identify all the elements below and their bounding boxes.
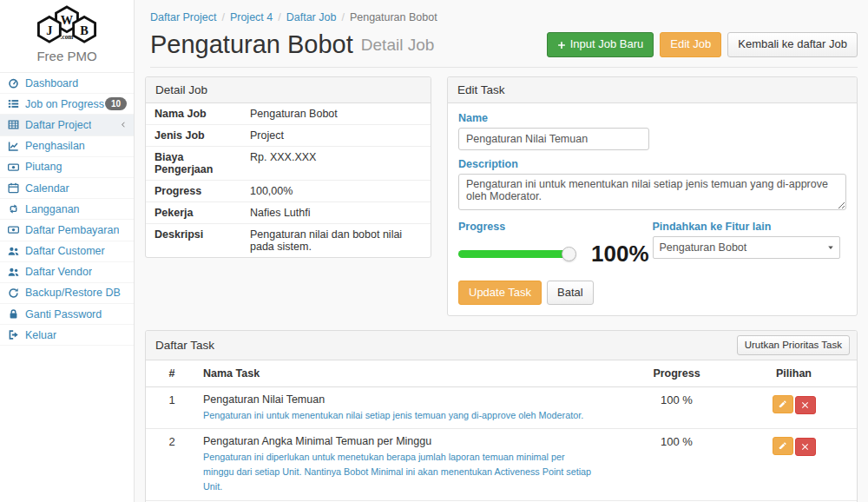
delete-task-button[interactable] bbox=[795, 396, 816, 414]
angle-left-icon bbox=[119, 121, 127, 129]
refresh-icon bbox=[8, 287, 22, 299]
sidebar-item-daftar-project[interactable]: Daftar Project bbox=[0, 115, 134, 135]
sidebar-item-dashboard[interactable]: Dashboard bbox=[0, 73, 134, 94]
sidebar-item-daftar-pembayaran[interactable]: Daftar Pembayaran bbox=[0, 220, 134, 241]
column-header-pilihan: Pilihan bbox=[731, 360, 857, 386]
detail-job-table: Nama JobPengaturan BobotJenis JobProject… bbox=[146, 103, 431, 257]
breadcrumb-current: Pengaturan Bobot bbox=[350, 11, 437, 23]
sidebar-item-daftar-customer[interactable]: Daftar Customer bbox=[0, 241, 134, 262]
kembali-button[interactable]: Kembali ke daftar Job bbox=[727, 32, 858, 56]
update-task-button[interactable]: Update Task bbox=[458, 281, 542, 305]
edit-task-panel-title: Edit Task bbox=[448, 77, 857, 103]
task-description: Pengaturan ini untuk menentukan nilai se… bbox=[203, 408, 596, 423]
calendar-icon bbox=[8, 182, 22, 194]
progress-label: Progress bbox=[458, 221, 653, 233]
svg-text:W: W bbox=[61, 13, 74, 27]
edit-job-button[interactable]: Edit Job bbox=[660, 32, 721, 56]
edit-task-button[interactable] bbox=[773, 437, 793, 455]
table-icon bbox=[8, 119, 22, 130]
pencil-icon bbox=[778, 441, 787, 451]
page-header: Pengaturan Bobot Detail Job Input Job Ba… bbox=[135, 27, 868, 59]
gauge-icon bbox=[8, 77, 22, 89]
money-icon bbox=[8, 224, 22, 235]
x-icon bbox=[801, 401, 809, 409]
svg-text:B: B bbox=[80, 23, 89, 37]
task-list-heading: Daftar Task Urutkan Prioritas Task bbox=[146, 331, 857, 360]
task-row-1: 1Pengaturan Nilai TemuanPengaturan ini u… bbox=[146, 387, 857, 430]
sidebar-item-penghasilan[interactable]: Penghasilan bbox=[0, 136, 134, 157]
page-subtitle: Detail Job bbox=[361, 36, 435, 55]
pencil-icon bbox=[778, 400, 787, 409]
detail-row-pekerja: PekerjaNafies Luthfi bbox=[146, 202, 431, 224]
sidebar-item-ganti-password[interactable]: Ganti Password bbox=[0, 304, 134, 325]
task-number: 2 bbox=[146, 429, 198, 499]
column-header-progress: Progress bbox=[622, 360, 731, 386]
sidebar-menu: DashboardJob on Progress10Daftar Project… bbox=[0, 73, 134, 346]
task-progress: 100 % bbox=[622, 429, 731, 499]
edit-task-form: Name Description Pengaturan ini untuk me… bbox=[448, 103, 857, 315]
detail-row-jenis-job: Jenis JobProject bbox=[146, 125, 431, 147]
column-header-: # bbox=[146, 360, 198, 386]
count-badge: 10 bbox=[105, 97, 127, 110]
breadcrumb-link-project-4[interactable]: Project 4 bbox=[230, 11, 273, 23]
task-name: Pengaturan Nilai Temuan bbox=[203, 393, 596, 406]
breadcrumb: Daftar Project/Project 4/Daftar Job/Peng… bbox=[135, 0, 868, 27]
edit-task-panel: Edit Task Name Description Pengaturan in… bbox=[447, 76, 858, 316]
plus-icon bbox=[557, 41, 566, 50]
task-progress: 100 % bbox=[622, 387, 731, 429]
edit-task-button[interactable] bbox=[773, 395, 793, 413]
breadcrumb-link-daftar-job[interactable]: Daftar Job bbox=[286, 11, 337, 23]
retweet-icon bbox=[8, 203, 22, 215]
sidebar-item-daftar-vendor[interactable]: Daftar Vendor bbox=[0, 262, 134, 283]
batal-button[interactable]: Batal bbox=[547, 281, 594, 305]
description-label: Description bbox=[458, 158, 846, 170]
task-number: 1 bbox=[146, 387, 198, 429]
brand-logo[interactable]: W J B .com Free PMO bbox=[0, 0, 134, 73]
detail-row-biaya-pengerjaan: Biaya PengerjaanRp. XXX.XXX bbox=[146, 147, 431, 181]
task-description: Pengaturan ini diperlukan untuk menetuka… bbox=[203, 450, 596, 493]
task-table-body: 1Pengaturan Nilai TemuanPengaturan ini u… bbox=[146, 387, 857, 502]
panels-row: Detail Job Nama JobPengaturan BobotJenis… bbox=[135, 68, 868, 316]
users-icon bbox=[8, 267, 22, 278]
page-title: Pengaturan Bobot bbox=[150, 30, 353, 59]
breadcrumb-separator: / bbox=[341, 11, 344, 23]
detail-row-progress: Progress100,00% bbox=[146, 181, 431, 202]
detail-job-panel-title: Detail Job bbox=[146, 77, 431, 103]
task-description-textarea[interactable]: Pengaturan ini untuk menentukan nilai se… bbox=[458, 174, 846, 210]
sidebar-item-backup-restore-db[interactable]: Backup/Restore DB bbox=[0, 283, 134, 304]
header-actions: Input Job Baru Edit Job Kembali ke dafta… bbox=[547, 32, 858, 56]
task-name: Pengaturan Angka Minimal Temuan per Ming… bbox=[203, 435, 596, 447]
name-label: Name bbox=[458, 112, 846, 124]
sort-priority-button-top[interactable]: Urutkan Prioritas Task bbox=[737, 335, 850, 354]
progress-percent-value: 100% bbox=[591, 241, 649, 268]
input-job-baru-button[interactable]: Input Job Baru bbox=[547, 32, 654, 56]
line-chart-icon bbox=[8, 141, 22, 152]
detail-row-deskripsi: DeskripsiPengaturan nilai dan bobot nila… bbox=[146, 224, 431, 257]
delete-task-button[interactable] bbox=[795, 438, 816, 456]
sidebar-item-calendar[interactable]: Calendar bbox=[0, 178, 134, 199]
x-icon bbox=[801, 443, 809, 451]
sidebar-item-piutang[interactable]: Piutang bbox=[0, 157, 134, 178]
sidebar-item-job-on-progress[interactable]: Job on Progress10 bbox=[0, 94, 134, 115]
svg-text:J: J bbox=[46, 23, 52, 37]
list-icon bbox=[8, 98, 22, 109]
task-row-2: 2Pengaturan Angka Minimal Temuan per Min… bbox=[146, 429, 857, 500]
lock-icon bbox=[8, 308, 22, 320]
progress-slider[interactable] bbox=[458, 250, 574, 258]
breadcrumb-link-daftar-project[interactable]: Daftar Project bbox=[150, 11, 216, 23]
column-header-nama-task: Nama Task bbox=[198, 360, 622, 386]
signout-icon bbox=[8, 329, 22, 340]
task-name-input[interactable] bbox=[458, 128, 649, 150]
progress-slider-handle[interactable] bbox=[562, 247, 576, 261]
app-name: Free PMO bbox=[0, 49, 134, 63]
sidebar-item-langganan[interactable]: Langganan bbox=[0, 199, 134, 220]
svg-text:.com: .com bbox=[61, 34, 74, 41]
detail-row-nama-job: Nama JobPengaturan Bobot bbox=[146, 103, 431, 125]
move-feature-select[interactable]: Pengaturan Bobot bbox=[653, 236, 840, 259]
money-icon bbox=[8, 162, 22, 173]
sidebar-item-keluar[interactable]: Keluar bbox=[0, 325, 134, 346]
detail-job-panel: Detail Job Nama JobPengaturan BobotJenis… bbox=[145, 76, 431, 258]
main-content: Daftar Project/Project 4/Daftar Job/Peng… bbox=[135, 0, 868, 502]
jwb-hexagon-logo: W J B .com bbox=[25, 5, 108, 45]
breadcrumb-separator: / bbox=[278, 11, 280, 23]
